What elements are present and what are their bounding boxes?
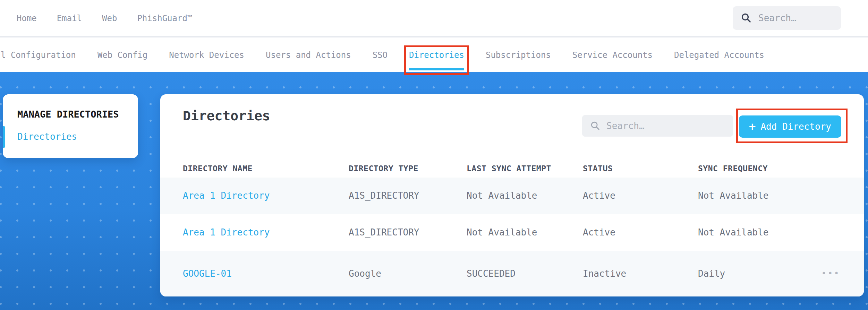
add-directory-button-label: Add Directory	[760, 121, 831, 132]
table-search-box[interactable]	[582, 115, 733, 137]
tab-network-devices[interactable]: Network Devices	[169, 38, 244, 72]
tab-delegated-accounts[interactable]: Delegated Accounts	[674, 38, 764, 72]
table-header-row: DIRECTORY NAMEDIRECTORY TYPELAST SYNC AT…	[160, 160, 864, 178]
cell-directory-type: Google	[349, 268, 467, 279]
page-title: Directories	[183, 108, 270, 123]
cell-last-sync-attempt: Not Available	[467, 227, 583, 238]
row-menu-ellipsis-icon[interactable]: •••	[821, 267, 841, 280]
tab-label: SSO	[373, 50, 388, 60]
sidebar-item-directories[interactable]: Directories	[17, 131, 138, 142]
manage-directories-card: MANAGE DIRECTORIES Directories	[3, 94, 138, 158]
search-icon	[590, 121, 600, 131]
column-header-status: STATUS	[583, 164, 698, 173]
top-nav-item-home[interactable]: Home	[17, 14, 37, 23]
column-header-directory-name: DIRECTORY NAME	[183, 164, 349, 173]
directories-table: DIRECTORY NAMEDIRECTORY TYPELAST SYNC AT…	[160, 160, 864, 296]
table-row: Area 1 DirectoryA1S_DIRECTORYNot Availab…	[160, 178, 864, 214]
cell-directory-type: A1S_DIRECTORY	[349, 227, 467, 238]
tab-label: Web Config	[97, 50, 148, 60]
column-header-sync-frequency: SYNC FREQUENCY	[698, 164, 819, 173]
cell-last-sync-attempt: Not Available	[467, 190, 583, 201]
tab-users-and-actions[interactable]: Users and Actions	[266, 38, 351, 72]
global-search-input[interactable]	[758, 12, 833, 24]
tab-sso[interactable]: SSO	[373, 38, 388, 72]
tab-label: Delegated Accounts	[674, 50, 764, 60]
cell-sync-frequency: Daily	[698, 268, 819, 279]
top-bar: HomeEmailWebPhishGuard™	[0, 0, 868, 37]
annotation-box-directories-tab	[404, 45, 469, 75]
cell-sync-frequency: Not Available	[698, 190, 819, 201]
global-search-box[interactable]	[733, 6, 841, 30]
cell-status: Active	[583, 190, 698, 201]
tab-web-config[interactable]: Web Config	[97, 38, 148, 72]
cell-directory-type: A1S_DIRECTORY	[349, 190, 467, 201]
cell-status: Inactive	[583, 268, 698, 279]
cell-actions: •••	[821, 267, 841, 280]
cell-sync-frequency: Not Available	[698, 227, 819, 238]
directories-panel: Directories + Add Directory DIRECTORY NA…	[160, 94, 864, 296]
tab-bar: l ConfigurationWeb ConfigNetwork Devices…	[0, 38, 868, 72]
top-nav-item-phishguard[interactable]: PhishGuard™	[137, 14, 192, 23]
column-header-last-sync-attempt: LAST SYNC ATTEMPT	[467, 164, 583, 173]
tab-service-accounts[interactable]: Service Accounts	[572, 38, 653, 72]
tab-label: Directories	[409, 50, 464, 60]
directory-name-link[interactable]: Area 1 Directory	[183, 227, 349, 238]
tab-directories[interactable]: Directories	[409, 38, 464, 72]
add-directory-button[interactable]: + Add Directory	[739, 115, 841, 138]
tab-label: Subscriptions	[486, 50, 551, 60]
tab-label: Network Devices	[169, 50, 244, 60]
plus-icon: +	[749, 121, 756, 132]
top-nav-item-email[interactable]: Email	[57, 14, 82, 23]
sidebar-card-title: MANAGE DIRECTORIES	[17, 109, 138, 120]
tab-l-configuration[interactable]: l Configuration	[1, 38, 76, 72]
table-row: GOOGLE-01GoogleSUCCEEDEDInactiveDaily•••	[160, 251, 864, 296]
search-icon	[741, 13, 751, 23]
cell-last-sync-attempt: SUCCEEDED	[467, 268, 583, 279]
active-item-indicator	[3, 126, 5, 148]
tab-subscriptions[interactable]: Subscriptions	[486, 38, 551, 72]
column-header-directory-type: DIRECTORY TYPE	[349, 164, 467, 173]
table-row: Area 1 DirectoryA1S_DIRECTORYNot Availab…	[160, 214, 864, 250]
directory-name-link[interactable]: Area 1 Directory	[183, 190, 349, 201]
table-search-input[interactable]	[606, 120, 725, 131]
tab-label: Service Accounts	[572, 50, 653, 60]
tab-label: l Configuration	[1, 50, 76, 60]
cell-status: Active	[583, 227, 698, 238]
directory-name-link[interactable]: GOOGLE-01	[183, 268, 349, 279]
tab-label: Users and Actions	[266, 50, 351, 60]
top-nav-item-web[interactable]: Web	[102, 14, 117, 23]
top-nav: HomeEmailWebPhishGuard™	[0, 14, 192, 23]
screen: HomeEmailWebPhishGuard™ l ConfigurationW…	[0, 0, 868, 310]
